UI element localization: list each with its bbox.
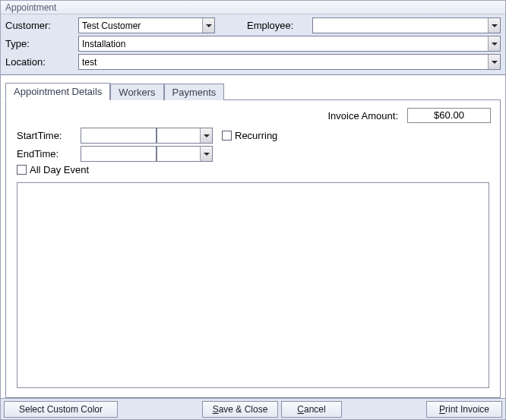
tabstrip: Appointment Details Workers Payments Inv…	[1, 75, 505, 398]
end-time-label: EndTime:	[17, 148, 81, 159]
location-label: Location:	[5, 56, 74, 68]
save-close-mnemonic: S	[213, 404, 219, 415]
header-form: Customer: Test Customer Employee: Type: …	[1, 14, 505, 75]
recurring-label: Recurring	[235, 130, 277, 141]
all-day-event-checkbox[interactable]: All Day Event	[17, 164, 89, 175]
print-invoice-button[interactable]: Print Invoice	[426, 401, 502, 418]
all-day-event-label: All Day Event	[30, 164, 89, 175]
chevron-down-icon[interactable]	[488, 55, 500, 69]
cancel-rest: ancel	[304, 404, 326, 415]
chevron-down-icon[interactable]	[202, 18, 214, 33]
invoice-amount-value[interactable]: $60.00	[407, 108, 491, 123]
window-title: Appointment	[1, 1, 505, 14]
start-date-input[interactable]	[81, 128, 157, 144]
type-combo[interactable]: Installation	[78, 36, 501, 52]
customer-label: Customer:	[5, 20, 74, 31]
tab-bar: Appointment Details Workers Payments	[5, 81, 501, 99]
tab-workers[interactable]: Workers	[110, 84, 163, 100]
print-rest: rint Invoice	[445, 404, 489, 415]
print-mnemonic: P	[439, 404, 445, 415]
start-time-combo[interactable]	[157, 128, 213, 144]
chevron-down-icon[interactable]	[200, 128, 212, 143]
cancel-button[interactable]: Cancel	[281, 401, 342, 418]
chevron-down-icon[interactable]	[488, 36, 500, 51]
recurring-checkbox[interactable]: Recurring	[222, 130, 277, 141]
tab-payments[interactable]: Payments	[164, 84, 225, 100]
save-close-button[interactable]: Save & Close	[202, 401, 278, 418]
end-time-combo[interactable]	[157, 146, 213, 162]
appointment-window: Appointment Customer: Test Customer Empl…	[0, 0, 506, 420]
invoice-amount-label: Invoice Amount:	[328, 110, 399, 122]
checkbox-icon	[17, 165, 27, 175]
checkbox-icon	[222, 131, 232, 141]
footer-toolbar: Select Custom Color Save & Close Cancel …	[1, 398, 505, 419]
location-value: test	[82, 57, 96, 68]
employee-label: Employee:	[247, 20, 308, 31]
end-date-input[interactable]	[81, 146, 157, 162]
type-value: Installation	[82, 39, 125, 49]
type-label: Type:	[5, 38, 74, 49]
tab-panel-details: Invoice Amount: $60.00 StartTime: Recurr…	[5, 99, 501, 398]
start-time-label: StartTime:	[17, 130, 81, 141]
select-custom-color-button[interactable]: Select Custom Color	[4, 401, 118, 418]
location-combo[interactable]: test	[78, 54, 501, 70]
customer-value: Test Customer	[82, 21, 141, 31]
notes-textarea[interactable]	[17, 182, 489, 388]
tab-appointment-details[interactable]: Appointment Details	[5, 83, 110, 100]
save-close-rest: ave & Close	[219, 404, 268, 415]
chevron-down-icon[interactable]	[488, 18, 500, 33]
chevron-down-icon[interactable]	[200, 147, 212, 161]
customer-combo[interactable]: Test Customer	[78, 17, 215, 33]
cancel-mnemonic: C	[297, 404, 304, 415]
employee-combo[interactable]	[312, 17, 501, 33]
